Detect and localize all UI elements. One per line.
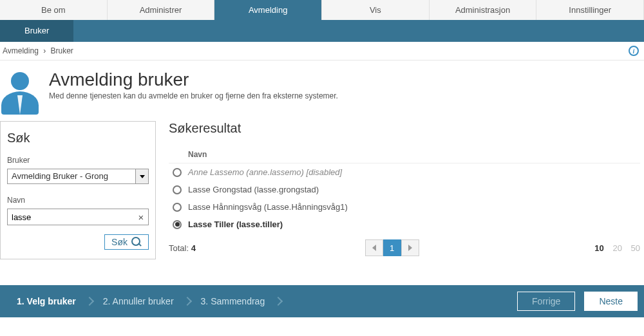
pager-prev-button[interactable] (365, 239, 383, 256)
result-row[interactable]: Lasse Hånningsvåg (Lasse.Hånningsvåg1) (169, 198, 640, 216)
breadcrumb-separator: › (43, 46, 46, 55)
results-total: Total: 4 (169, 243, 196, 253)
top-nav-item[interactable]: Be om (0, 0, 108, 20)
breadcrumb-current: Bruker (51, 46, 73, 55)
top-nav-item[interactable]: Administrer (108, 0, 215, 20)
top-nav-item-active[interactable]: Avmelding (214, 0, 322, 20)
page-size-option[interactable]: 10 (594, 243, 603, 253)
name-input-wrap: × (7, 209, 149, 225)
breadcrumb: Avmelding › Bruker i (0, 42, 644, 61)
info-icon[interactable]: i (629, 46, 639, 56)
search-panel: Søk Bruker Avmelding Bruker - Grong Navn… (0, 121, 156, 259)
page-title: Avmelding bruker (49, 70, 338, 90)
results-panel: Søkeresultat Navn Anne Lassemo (anne.las… (169, 121, 644, 256)
breadcrumb-root[interactable]: Avmelding (3, 46, 39, 55)
wizard-step[interactable]: 3. Sammendrag (191, 296, 276, 306)
wizard-next-button[interactable]: Neste (584, 292, 638, 311)
pager-page-current[interactable]: 1 (383, 239, 401, 256)
result-label: Lasse Hånningsvåg (Lasse.Hånningsvåg1) (188, 202, 348, 212)
sub-nav: Bruker (0, 20, 644, 42)
chevron-down-icon[interactable] (135, 169, 148, 183)
top-nav-item[interactable]: Innstillinger (536, 0, 644, 20)
wizard-steps: 1. Velg bruker 2. Annuller bruker 3. Sam… (6, 296, 281, 306)
radio-icon[interactable] (173, 203, 182, 212)
result-label: Lasse Tiller (lasse.tiller) (188, 219, 283, 229)
results-body: Anne Lassemo (anne.lassemo) [disabled] L… (169, 163, 640, 233)
content: Søk Bruker Avmelding Bruker - Grong Navn… (0, 121, 644, 285)
search-icon (131, 237, 142, 247)
chevron-right-icon (274, 297, 283, 306)
result-label: Lasse Grongstad (lasse.grongstad) (188, 185, 319, 194)
wizard-step[interactable]: 2. Annuller bruker (93, 296, 184, 306)
search-button-label: Søk (111, 237, 128, 247)
results-column-header: Navn (169, 150, 640, 163)
chevron-right-icon (408, 243, 412, 253)
result-row-selected[interactable]: Lasse Tiller (lasse.tiller) (169, 216, 640, 233)
name-input[interactable] (8, 210, 134, 224)
page-size-option[interactable]: 20 (612, 243, 621, 253)
name-input-label: Navn (7, 196, 149, 205)
top-nav-item[interactable]: Vis (322, 0, 430, 20)
results-heading: Søkeresultat (169, 121, 640, 136)
wizard-bar: 1. Velg bruker 2. Annuller bruker 3. Sam… (0, 285, 644, 317)
user-select[interactable]: Avmelding Bruker - Grong (7, 169, 149, 184)
search-heading: Søk (7, 131, 149, 145)
total-label: Total: (169, 243, 189, 253)
page-size-option[interactable]: 50 (631, 243, 640, 253)
top-nav: Be om Administrer Avmelding Vis Administ… (0, 0, 644, 20)
radio-icon-selected[interactable] (173, 220, 182, 229)
clear-icon[interactable]: × (134, 212, 148, 223)
search-button[interactable]: Søk (104, 234, 149, 250)
pager: 1 (196, 239, 588, 256)
user-large-icon (1, 70, 39, 115)
page-header: Avmelding bruker Med denne tjenesten kan… (0, 61, 644, 121)
wizard-step-active[interactable]: 1. Velg bruker (6, 296, 86, 306)
chevron-left-icon (372, 243, 376, 253)
pager-next-button[interactable] (401, 239, 419, 256)
results-footer: Total: 4 1 10 20 50 (169, 239, 640, 256)
result-row[interactable]: Lasse Grongstad (lasse.grongstad) (169, 181, 640, 198)
top-nav-item[interactable]: Administrasjon (430, 0, 537, 20)
wizard-prev-button[interactable]: Forrige (517, 292, 575, 311)
page-size-selector: 10 20 50 (588, 243, 640, 253)
radio-icon[interactable] (173, 168, 182, 177)
sub-nav-item[interactable]: Bruker (0, 20, 73, 42)
result-row[interactable]: Anne Lassemo (anne.lassemo) [disabled] (169, 163, 640, 181)
result-label: Anne Lassemo (anne.lassemo) [disabled] (188, 167, 342, 177)
user-select-value: Avmelding Bruker - Grong (8, 169, 135, 183)
user-select-label: Bruker (7, 156, 149, 165)
radio-icon[interactable] (173, 185, 182, 194)
page-subtitle: Med denne tjenesten kan du avmelde en br… (49, 91, 338, 100)
total-value: 4 (191, 243, 196, 253)
